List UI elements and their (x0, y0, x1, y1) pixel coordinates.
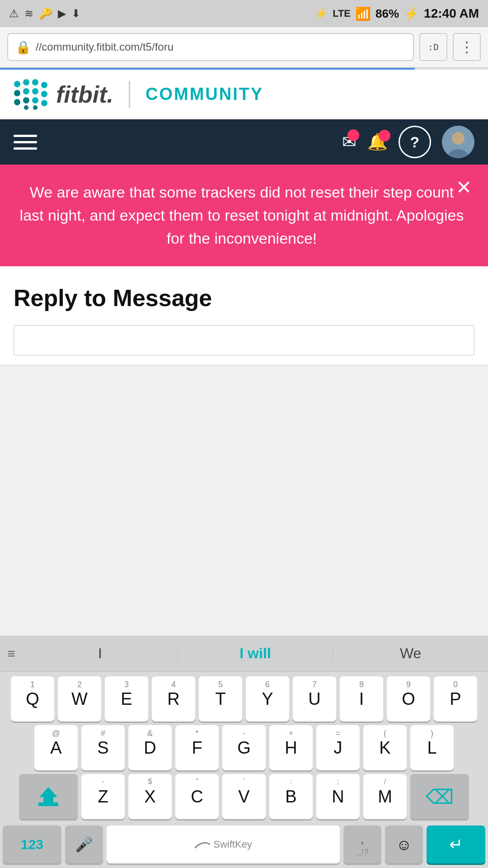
key-row-1: 1Q 2W 3E 4R 5T 6Y 7U 8I 9O 0P (3, 676, 485, 722)
download-icon: ⬇ (71, 7, 80, 20)
key-k[interactable]: (K (363, 725, 407, 770)
key-s[interactable]: #S (81, 725, 125, 770)
lte-label: LTE (333, 8, 351, 19)
reply-title: Reply to Message (14, 284, 474, 311)
emoji-key[interactable]: ☺ (385, 826, 423, 863)
key-h[interactable]: +H (269, 725, 313, 770)
svg-point-8 (14, 99, 20, 105)
key-i[interactable]: 8I (340, 676, 383, 722)
key-e[interactable]: 3E (105, 676, 148, 722)
key-o[interactable]: 9O (387, 676, 430, 722)
key-m[interactable]: /M (363, 774, 407, 819)
loading-bar (0, 68, 488, 70)
swiftkey-logo: SwiftKey (194, 839, 252, 850)
prediction-item-1[interactable]: I (23, 645, 178, 662)
shift-key[interactable] (19, 774, 78, 819)
svg-point-4 (14, 90, 20, 96)
page-content: Reply to Message (0, 266, 488, 366)
prediction-item-2[interactable]: I will (178, 645, 333, 662)
svg-point-12 (24, 105, 28, 110)
fitbit-dots-icon (14, 79, 50, 110)
wrench-icon: 🔑 (39, 7, 52, 20)
header-divider (129, 81, 130, 108)
swiftkey-label: SwiftKey (213, 839, 252, 850)
tab-button[interactable]: :D (419, 33, 447, 61)
key-a[interactable]: @A (34, 725, 78, 770)
key-r[interactable]: 4R (152, 676, 195, 722)
svg-point-2 (32, 79, 38, 85)
key-j[interactable]: =J (316, 725, 360, 770)
key-n[interactable]: ;N (316, 774, 360, 819)
user-avatar[interactable] (442, 126, 474, 158)
key-b[interactable]: :B (269, 774, 313, 819)
status-time: 12:40 AM (424, 6, 479, 21)
svg-point-10 (32, 97, 38, 104)
enter-icon: ↵ (449, 835, 463, 854)
svg-point-13 (33, 105, 38, 110)
loading-bar-fill (0, 68, 415, 70)
nav-bar: ✉ 🔔 ? (0, 119, 488, 165)
hamburger-line-3 (14, 147, 37, 150)
reply-input[interactable] (14, 325, 474, 356)
tab-icon: :D (428, 42, 439, 52)
key-rows: 1Q 2W 3E 4R 5T 6Y 7U 8I 9O 0P @A #S &D *… (0, 672, 488, 826)
alert-banner: We are aware that some trackers did not … (0, 165, 488, 266)
notifications-button[interactable]: 🔔 (367, 132, 388, 151)
play-icon: ▶ (58, 7, 66, 20)
svg-point-7 (41, 91, 47, 97)
notifications-badge (379, 130, 390, 142)
num-key[interactable]: 123 (3, 826, 61, 863)
key-v[interactable]: 'V (222, 774, 266, 819)
key-y[interactable]: 6Y (246, 676, 289, 722)
svg-point-0 (14, 81, 20, 87)
key-q[interactable]: 1Q (11, 676, 54, 722)
lock-icon: 🔒 (15, 40, 31, 55)
svg-point-6 (32, 88, 38, 94)
url-text: //community.fitbit.com/t5/foru (36, 41, 406, 53)
prediction-row: ≡ I I will We (0, 636, 488, 672)
notification-icon: ⚠ (9, 7, 19, 20)
help-icon: ? (410, 133, 420, 151)
menu-button[interactable]: ⋮ (453, 33, 481, 61)
key-g[interactable]: -G (222, 725, 266, 770)
key-l[interactable]: )L (410, 725, 454, 770)
url-box[interactable]: 🔒 //community.fitbit.com/t5/foru (7, 33, 414, 61)
delete-key[interactable]: ⌫ (410, 774, 469, 819)
punctuation-key[interactable]: , .,!? (343, 826, 381, 863)
enter-key[interactable]: ↵ (427, 826, 485, 863)
battery-percentage: 86% (375, 7, 399, 21)
signal-icon: ≋ (24, 7, 33, 20)
messages-button[interactable]: ✉ (342, 132, 357, 152)
swiftkey-swoosh-icon (194, 840, 211, 849)
mic-key[interactable]: 🎤 (65, 826, 103, 863)
close-banner-button[interactable]: ✕ (456, 178, 472, 197)
bottom-row: 123 🎤 SwiftKey , .,!? ☺ ↵ (0, 826, 488, 868)
key-w[interactable]: 2W (58, 676, 101, 722)
keyboard: ≡ I I will We 1Q 2W 3E 4R 5T 6Y 7U 8I 9O… (0, 636, 488, 868)
battery-icon: ⚡ (404, 6, 419, 21)
hamburger-menu[interactable] (14, 135, 37, 150)
key-f[interactable]: *F (175, 725, 219, 770)
hamburger-line-1 (14, 135, 37, 137)
prediction-menu-icon[interactable]: ≡ (0, 646, 23, 661)
fitbit-brand-name: fitbit. (56, 81, 113, 108)
community-label: COMMUNITY (145, 85, 263, 104)
key-p[interactable]: 0P (434, 676, 477, 722)
fitbit-header: fitbit. COMMUNITY (0, 70, 488, 119)
space-key[interactable]: SwiftKey (107, 826, 340, 863)
key-c[interactable]: "C (175, 774, 219, 819)
svg-point-5 (23, 88, 29, 94)
nav-icons: ✉ 🔔 ? (342, 126, 474, 158)
key-u[interactable]: 7U (293, 676, 336, 722)
key-t[interactable]: 5T (199, 676, 242, 722)
prediction-item-3[interactable]: We (333, 645, 488, 662)
status-bar: ⚠ ≋ 🔑 ▶ ⬇ ⚡ LTE 📶 86% ⚡ 12:40 AM (0, 0, 488, 27)
prediction-items: I I will We (23, 645, 488, 662)
alert-message: We are aware that some trackers did not … (18, 181, 465, 250)
help-button[interactable]: ? (399, 126, 431, 158)
punc-period-icon: .,!? (356, 847, 369, 858)
key-z[interactable]: -Z (81, 774, 125, 819)
key-d[interactable]: &D (128, 725, 172, 770)
hamburger-line-2 (14, 141, 37, 143)
key-x[interactable]: $X (128, 774, 172, 819)
